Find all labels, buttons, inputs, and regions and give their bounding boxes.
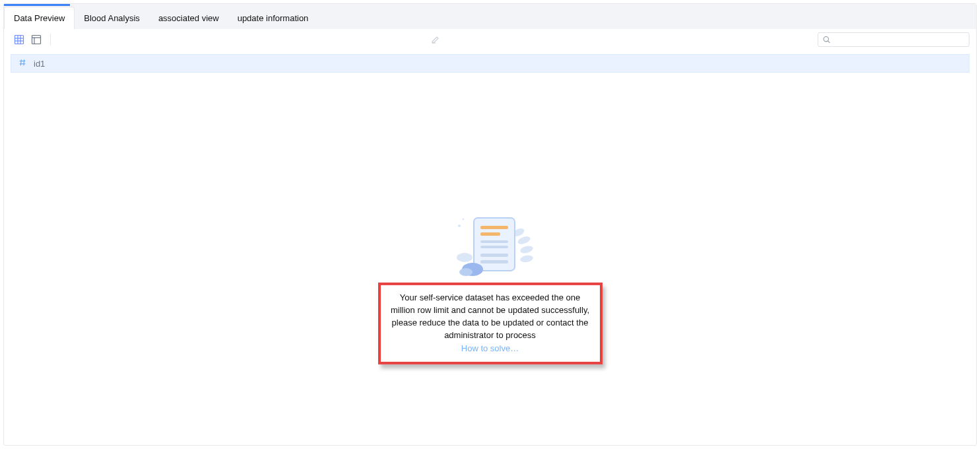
empty-state: Your self-service dataset has exceeded t…	[378, 213, 603, 364]
svg-rect-25	[480, 240, 508, 243]
tab-label: update information	[238, 13, 309, 23]
tabbar: Data Preview Blood Analysis associated v…	[4, 4, 976, 29]
tab-label: associated view	[158, 13, 219, 23]
svg-line-13	[20, 59, 21, 65]
content-area: Your self-service dataset has exceeded t…	[4, 73, 976, 445]
svg-rect-26	[480, 246, 508, 248]
svg-rect-24	[480, 232, 500, 236]
tab-label: Data Preview	[14, 13, 65, 23]
error-message-box: Your self-service dataset has exceeded t…	[378, 283, 603, 364]
svg-rect-0	[15, 36, 24, 44]
svg-line-14	[24, 59, 24, 65]
svg-point-17	[519, 245, 534, 255]
search-icon	[822, 35, 831, 44]
how-to-solve-link[interactable]: How to solve…	[389, 343, 592, 355]
tab-data-preview[interactable]: Data Preview	[4, 7, 75, 29]
svg-point-19	[457, 253, 473, 262]
svg-rect-28	[480, 260, 508, 263]
svg-point-30	[459, 268, 473, 276]
tab-associated-view[interactable]: associated view	[149, 7, 228, 29]
svg-rect-5	[32, 36, 41, 44]
tab-update-information[interactable]: update information	[228, 7, 318, 29]
layout-icon[interactable]	[30, 34, 42, 46]
svg-point-18	[519, 254, 533, 263]
grid-icon[interactable]	[13, 34, 25, 46]
tab-label: Blood Analysis	[84, 13, 140, 23]
svg-rect-27	[480, 254, 508, 257]
column-name: id1	[34, 59, 45, 69]
hash-icon	[18, 58, 27, 69]
error-message-text: Your self-service dataset has exceeded t…	[391, 293, 589, 340]
svg-rect-23	[480, 226, 508, 229]
edit-icon[interactable]	[429, 33, 442, 46]
svg-line-10	[828, 41, 830, 42]
svg-point-20	[458, 224, 461, 227]
search-input[interactable]	[831, 35, 965, 44]
document-illustration-icon	[428, 213, 553, 279]
column-header-row[interactable]: id1	[11, 54, 969, 73]
svg-point-16	[516, 235, 531, 246]
toolbar	[4, 29, 976, 50]
svg-point-21	[462, 219, 464, 221]
search-box[interactable]	[818, 32, 969, 47]
toolbar-divider	[50, 34, 51, 46]
tab-blood-analysis[interactable]: Blood Analysis	[75, 7, 149, 29]
